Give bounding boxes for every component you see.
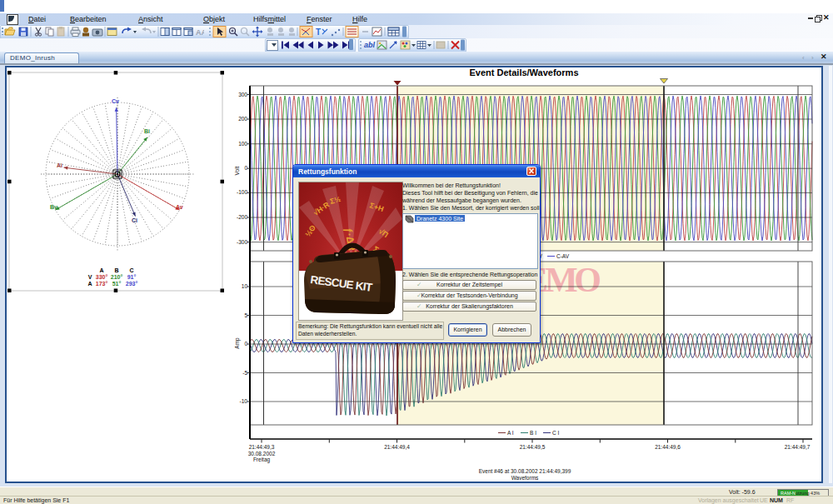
svg-text:21:44:49,4: 21:44:49,4	[384, 444, 410, 450]
svg-text:-5: -5	[242, 370, 247, 376]
svg-text:Σ½: Σ½	[329, 195, 342, 206]
svg-text:21:44:49,6: 21:44:49,6	[655, 444, 681, 450]
svg-text:-10: -10	[240, 398, 248, 404]
svg-text:330°: 330°	[96, 274, 108, 280]
svg-text:173°: 173°	[96, 281, 108, 287]
svg-text:30.08.2002: 30.08.2002	[248, 451, 276, 457]
svg-text:210°: 210°	[111, 274, 123, 280]
svg-text:C: C	[129, 267, 133, 273]
svg-text:B I: B I	[530, 430, 536, 436]
svg-text:Event #46 at 30.08.2002 21:44:: Event #46 at 30.08.2002 21:44:49,399	[479, 468, 571, 474]
svg-text:Bi: Bi	[144, 128, 150, 134]
svg-text:Bv: Bv	[50, 204, 57, 210]
svg-text:21:44:49,5: 21:44:49,5	[520, 444, 546, 450]
svg-text:293°: 293°	[126, 281, 138, 287]
svg-text:Ci: Ci	[132, 217, 137, 223]
svg-text:Cv: Cv	[112, 98, 119, 104]
svg-text:A I: A I	[507, 430, 514, 436]
svg-text:A: A	[87, 281, 92, 287]
svg-text:Amp: Amp	[234, 337, 241, 349]
svg-text:C I: C I	[552, 430, 560, 436]
svg-text:Waveforms: Waveforms	[511, 475, 539, 481]
svg-text:B: B	[114, 267, 118, 273]
svg-text:91°: 91°	[127, 274, 137, 280]
svg-text:V: V	[88, 274, 92, 280]
svg-text:0: 0	[244, 341, 247, 347]
svg-text:Freitag: Freitag	[253, 457, 271, 463]
svg-text:Ai: Ai	[57, 162, 62, 168]
svg-text:A: A	[99, 267, 103, 273]
svg-text:Av: Av	[176, 204, 183, 210]
svg-text:C-AV: C-AV	[556, 253, 570, 259]
svg-text:51°: 51°	[112, 281, 122, 287]
svg-text:21:44:49,3: 21:44:49,3	[249, 444, 275, 450]
svg-text:21:44:49,7: 21:44:49,7	[785, 444, 811, 450]
